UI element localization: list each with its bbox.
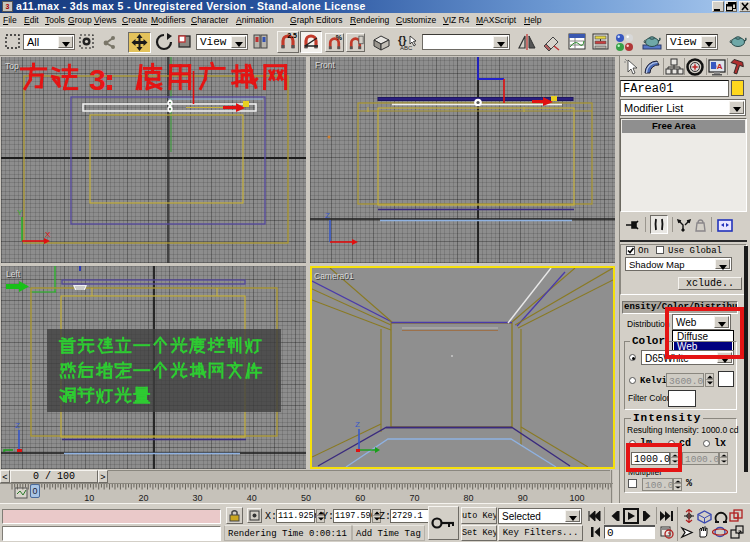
svg-text:100: 100 (569, 493, 584, 503)
svg-text:Z: Z (325, 211, 330, 220)
svg-text:Z: Z (15, 421, 20, 430)
svg-text:60: 60 (355, 493, 365, 503)
svg-text:80: 80 (464, 493, 474, 503)
svg-text:30: 30 (193, 493, 203, 503)
svg-text:90: 90 (518, 493, 528, 503)
svg-text:ABC: ABC (400, 45, 413, 51)
svg-text:50: 50 (301, 493, 311, 503)
svg-text:X: X (45, 230, 51, 239)
svg-text:20: 20 (138, 493, 148, 503)
svg-text:Y: Y (17, 208, 23, 217)
svg-text:3: 3 (89, 63, 106, 96)
svg-text:40: 40 (247, 493, 257, 503)
svg-text:70: 70 (409, 493, 419, 503)
svg-text:10: 10 (84, 493, 94, 503)
svg-text:Z: Z (355, 420, 360, 429)
